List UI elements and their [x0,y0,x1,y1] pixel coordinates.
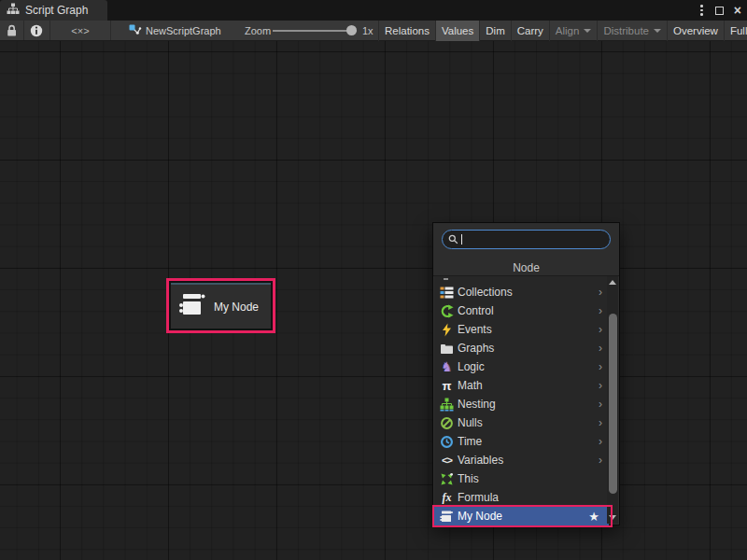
toolbar-button-label: Overview [673,25,718,36]
collections-icon [439,286,455,300]
toolbar-button-carry[interactable]: Carry [511,21,549,41]
finder-item-label: Formula [458,491,499,504]
toolbar-button-relations[interactable]: Relations [378,21,435,41]
code-icon[interactable]: <×> [67,21,93,41]
toolbar-button-align[interactable]: Align [549,21,598,41]
toolbar-button-label: Full S [730,25,747,36]
search-input[interactable] [442,230,611,249]
finder-item-my-node[interactable]: My Node★ [434,507,609,525]
toolbar-button-values[interactable]: Values [435,21,479,41]
toolbar-button-dim[interactable]: Dim [479,21,510,41]
script-graph-icon [129,21,142,41]
graph-canvas[interactable]: My Node Node Collections›Control›Events›… [0,41,747,560]
finder-item-label: Time [458,435,482,448]
toolbar-button-group: RelationsValuesDimCarryAlignDistributeOv… [378,21,747,41]
finder-item-label: My Node [458,510,502,523]
zoom-label: Zoom [245,21,271,41]
nulls-icon [439,416,455,430]
scrollbar[interactable] [607,276,618,524]
chevron-down-icon [654,29,661,33]
toolbar-button-label: Carry [517,25,543,36]
finder-item-label: Nesting [458,398,496,411]
scroll-thumb[interactable] [609,314,617,494]
toolbar-button-label: Values [442,25,473,36]
finder-item-label: Nulls [458,416,483,429]
chevron-right-icon: › [599,305,602,316]
window-controls: × [698,0,741,21]
finder-item-graphs[interactable]: Graphs› [434,339,609,357]
graphs-icon [439,342,455,356]
unit-node-icon [179,293,205,321]
scroll-up-icon[interactable] [609,280,616,285]
this-icon [439,472,455,486]
toolbar-button-distribute[interactable]: Distribute [597,21,667,41]
kebab-icon[interactable] [698,3,705,18]
finder-item-formula[interactable]: fxFormula [434,488,609,507]
finder-item-events[interactable]: Events› [434,320,609,339]
info-icon[interactable] [30,21,43,41]
graph-toolbar: <×> NewScriptGraph Zoom 1x RelationsValu… [0,21,747,41]
formula-icon: fx [439,491,455,505]
toolbar-button-label: Distribute [603,25,649,36]
finder-item-label: Graphs [458,342,494,355]
toolbar-button-label: Relations [385,25,430,36]
zoom-slider-track[interactable] [273,30,357,32]
chevron-right-icon: › [599,436,602,447]
maximize-icon[interactable] [715,7,724,15]
fuzzy-finder-popup: Node Collections›Control›Events›Graphs›♞… [432,222,620,525]
variables-icon: <> [439,454,455,468]
finder-item-logic[interactable]: ♞Logic› [434,357,609,376]
time-icon [439,435,455,449]
finder-header: Node [433,261,619,274]
finder-item-collections[interactable]: Collections› [434,283,609,301]
tab-script-graph[interactable]: Script Graph [0,0,107,21]
tab-title: Script Graph [25,4,88,17]
finder-item-label: Logic [458,360,485,373]
math-icon: π [439,379,455,393]
unit-node-icon [439,510,455,524]
finder-item-label: Collections [458,286,513,299]
favorite-star-icon[interactable]: ★ [588,511,599,523]
scroll-down-icon[interactable] [609,515,616,520]
chevron-down-icon [584,29,591,33]
finder-item-label: Variables [458,454,503,467]
finder-item-variables[interactable]: <>Variables› [434,451,609,469]
node-highlight-annotation: My Node [166,278,275,333]
toolbar-button-label: Align [556,25,580,36]
zoom-slider-thumb[interactable] [346,25,357,35]
text-caret [461,234,462,245]
finder-item-math[interactable]: πMath› [434,376,609,395]
title-bar: Script Graph × [0,0,747,21]
toolbar-separator [23,21,24,40]
finder-item-label: Events [458,323,492,336]
events-icon [439,323,455,337]
finder-item-time[interactable]: Time› [434,432,609,451]
search-icon [448,231,458,248]
scrolled-item-remnant [444,278,448,280]
finder-list: Collections›Control›Events›Graphs›♞Logic… [434,276,609,524]
chevron-right-icon: › [599,361,602,372]
close-icon[interactable]: × [734,0,741,21]
toolbar-separator [49,21,50,40]
finder-item-label: Math [458,379,483,392]
chevron-right-icon: › [599,324,602,335]
finder-item-control[interactable]: Control› [434,301,609,320]
finder-item-this[interactable]: This [434,469,609,488]
finder-item-label: Control [458,304,494,317]
chevron-right-icon: › [599,455,602,466]
chevron-right-icon: › [599,380,602,391]
logic-icon: ♞ [439,360,455,374]
graph-hierarchy-icon [7,2,20,19]
toolbar-button-full-s[interactable]: Full S [724,21,747,41]
chevron-right-icon: › [599,399,602,410]
finder-item-nesting[interactable]: Nesting› [434,395,609,413]
graph-name[interactable]: NewScriptGraph [146,21,221,41]
toolbar-button-label: Dim [486,25,504,36]
chevron-right-icon: › [599,343,602,354]
unit-node[interactable]: My Node [171,283,271,329]
chevron-right-icon: › [599,287,602,298]
finder-item-nulls[interactable]: Nulls› [434,413,609,432]
chevron-right-icon: › [599,417,602,428]
lock-icon[interactable] [6,21,18,41]
toolbar-button-overview[interactable]: Overview [667,21,724,41]
